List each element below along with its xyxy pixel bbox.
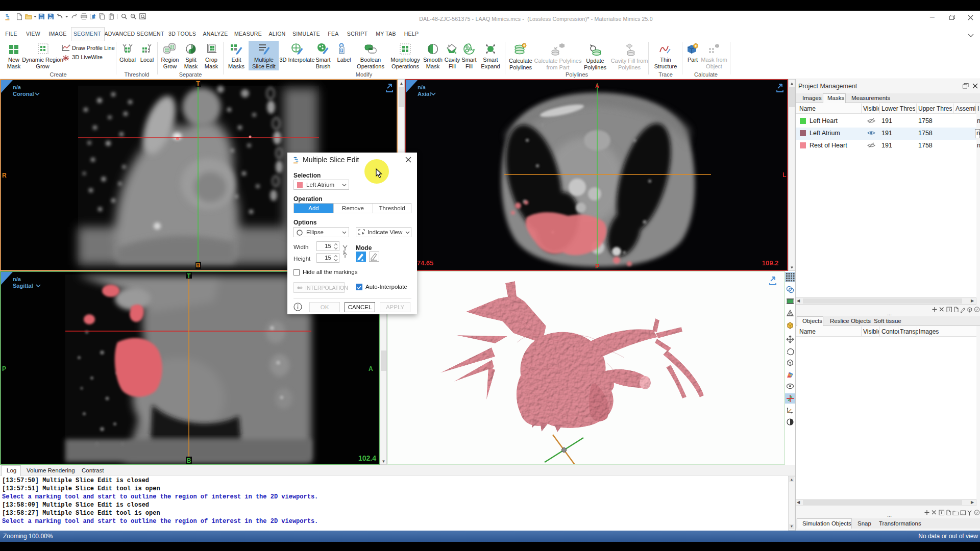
- svg-text:102.4: 102.4: [358, 454, 376, 462]
- svg-text:y: y: [343, 249, 345, 254]
- svg-text:Axial: Axial: [418, 91, 431, 97]
- svg-text:Coronal: Coronal: [13, 91, 34, 97]
- svg-text:n/a: n/a: [13, 84, 21, 90]
- svg-text:109.2: 109.2: [762, 259, 779, 267]
- svg-text:P: P: [595, 263, 599, 270]
- svg-text:B: B: [187, 457, 191, 464]
- svg-text:P: P: [2, 365, 6, 372]
- svg-text:L: L: [782, 171, 786, 179]
- svg-text:n/a: n/a: [13, 276, 21, 282]
- svg-text:A: A: [595, 83, 600, 90]
- svg-text:n/a: n/a: [418, 84, 426, 90]
- svg-text:74.65: 74.65: [417, 259, 434, 267]
- svg-text:B: B: [196, 262, 201, 269]
- svg-text:T: T: [187, 272, 191, 280]
- svg-text:A: A: [369, 365, 373, 372]
- svg-text:R: R: [2, 172, 7, 179]
- svg-text:3: 3: [93, 15, 95, 19]
- svg-text:Sagittal: Sagittal: [13, 283, 33, 289]
- svg-text:T: T: [196, 80, 200, 87]
